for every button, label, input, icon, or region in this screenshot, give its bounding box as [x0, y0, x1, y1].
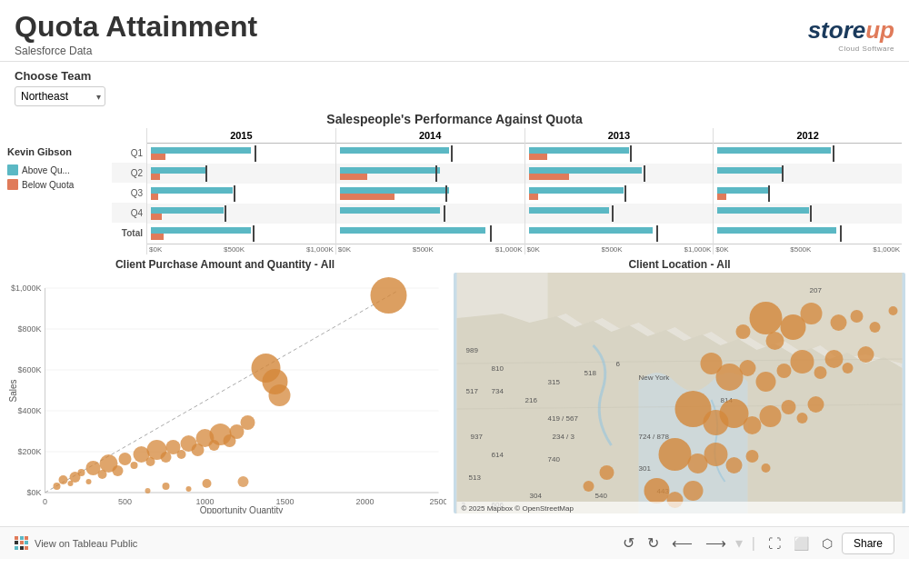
- bar-chart-title: Salespeople's Performance Against Quota: [0, 112, 909, 126]
- svg-point-103: [858, 346, 874, 363]
- target-2015-q3: [234, 185, 235, 202]
- fullscreen-button[interactable]: ⛶: [764, 534, 784, 553]
- svg-point-55: [145, 488, 151, 493]
- svg-point-90: [831, 314, 847, 331]
- scatter-area: $1,000K $800K $600K $400K $200K $0K Sale…: [4, 273, 446, 513]
- team-select-wrapper[interactable]: Northeast Southeast Midwest West: [15, 86, 105, 106]
- logo: storeup Cloud Software: [808, 16, 894, 53]
- bar-2014-q3: [336, 184, 524, 204]
- undo-button[interactable]: ↺: [619, 533, 638, 553]
- bar-2014-q2: [336, 164, 524, 184]
- bar-below-2015-q4: [151, 214, 162, 220]
- svg-point-108: [760, 405, 782, 427]
- bar-2013-total: [525, 224, 714, 244]
- below-quota-label: Below Quota: [22, 180, 74, 190]
- svg-point-97: [756, 372, 776, 392]
- svg-text:© 2025 Mapbox  © OpenStreetMap: © 2025 Mapbox © OpenStreetMap: [462, 504, 574, 513]
- svg-point-121: [600, 465, 614, 480]
- legend-below: Below Quota: [7, 179, 112, 190]
- svg-text:989: 989: [466, 346, 479, 354]
- svg-text:$200K: $200K: [17, 447, 41, 456]
- bar-2012-q1: [714, 144, 902, 164]
- bar-2013-q2: [525, 164, 714, 184]
- svg-point-117: [762, 463, 771, 473]
- svg-point-102: [843, 363, 854, 374]
- bar-2015-q2: [147, 164, 335, 184]
- bar-above-2015-q2: [151, 167, 205, 174]
- bar-above-2015-q3: [151, 187, 233, 194]
- footer: View on Tableau Public ↺ ↻ ⟵ ⟶ ▾ | ⛶ ⬜ ⬡…: [0, 526, 909, 559]
- svg-point-33: [119, 453, 132, 465]
- redo-button[interactable]: ↻: [644, 533, 663, 553]
- svg-text:740: 740: [548, 455, 561, 463]
- svg-text:234 / 3: 234 / 3: [553, 433, 575, 441]
- svg-text:500: 500: [118, 497, 132, 506]
- svg-point-85: [750, 302, 783, 334]
- svg-point-56: [238, 476, 249, 487]
- axis-2013: $0K $500K $1,000K: [525, 244, 714, 254]
- bar-below-2015-q3: [151, 194, 158, 200]
- svg-point-32: [113, 465, 124, 476]
- svg-text:0: 0: [43, 497, 47, 506]
- bar-2012-total: [714, 224, 902, 244]
- bar-2014-q1: [336, 144, 524, 164]
- bar-2014-total: [336, 224, 524, 244]
- separator: |: [752, 535, 755, 552]
- svg-text:517: 517: [466, 387, 479, 395]
- svg-point-109: [782, 400, 796, 414]
- svg-point-99: [791, 350, 814, 374]
- svg-text:518: 518: [584, 369, 597, 377]
- tableau-link[interactable]: View on Tableau Public: [15, 536, 137, 551]
- year-col-2012: 2012: [713, 128, 902, 254]
- svg-text:540: 540: [595, 492, 608, 500]
- svg-point-118: [644, 478, 670, 503]
- svg-text:6: 6: [616, 360, 621, 368]
- share-button[interactable]: Share: [842, 533, 894, 554]
- forward-button[interactable]: ⟶: [702, 533, 730, 553]
- dashboard: Quota Attainment Salesforce Data storeup…: [0, 0, 909, 588]
- year-col-2013: 2013: [524, 128, 714, 254]
- bar-2013-q4: [525, 204, 714, 224]
- bar-2015-q4: [147, 204, 335, 224]
- svg-point-57: [241, 415, 255, 430]
- logo-cloud: Cloud Software: [808, 45, 894, 53]
- svg-point-115: [726, 457, 743, 473]
- year-header-2012: 2012: [714, 128, 902, 144]
- bar-2012-q3: [714, 184, 902, 204]
- map-area: 207 989 810 517 734 216 315 518 6 New Yo…: [454, 273, 905, 513]
- bar-2015-total: [147, 224, 335, 244]
- map-section: Client Location - All: [450, 258, 909, 526]
- svg-text:2000: 2000: [355, 497, 374, 506]
- svg-text:304: 304: [530, 492, 543, 500]
- back-button[interactable]: ⟵: [668, 533, 696, 553]
- svg-text:$800K: $800K: [17, 324, 41, 334]
- svg-text:419 / 567: 419 / 567: [548, 414, 579, 423]
- team-select[interactable]: Northeast Southeast Midwest West: [15, 86, 105, 106]
- year-columns: 2015: [146, 128, 902, 254]
- download-button[interactable]: ⬜: [790, 534, 813, 553]
- row-label-total: Total: [112, 223, 146, 243]
- scatter-section: Client Purchase Amount and Quantity - Al…: [0, 258, 450, 526]
- controls: Choose Team Northeast Southeast Midwest …: [0, 62, 909, 110]
- svg-text:614: 614: [492, 451, 504, 459]
- svg-text:216: 216: [525, 396, 538, 404]
- svg-point-116: [746, 450, 759, 463]
- tableau-icon: [15, 536, 29, 551]
- bar-above-2015-q1: [151, 147, 251, 154]
- svg-point-96: [740, 360, 756, 376]
- svg-point-49: [186, 486, 192, 492]
- year-col-2014: 2014: [335, 128, 524, 254]
- svg-point-89: [801, 303, 823, 324]
- share-icon-button[interactable]: ⬡: [818, 534, 836, 553]
- scatter-title: Client Purchase Amount and Quantity - Al…: [4, 258, 446, 271]
- bar-below-2015-q2: [151, 174, 160, 180]
- svg-point-40: [177, 450, 186, 459]
- svg-point-54: [371, 277, 407, 314]
- svg-point-95: [716, 364, 744, 391]
- svg-point-23: [54, 483, 61, 490]
- svg-point-120: [684, 481, 704, 501]
- logo-text: storeup: [808, 16, 894, 45]
- axis-2012: $0K $500K $1,000K: [714, 244, 902, 254]
- row-labels: Q1 Q2 Q3 Q4 Total: [112, 143, 146, 254]
- svg-text:Opportunity Quantity: Opportunity Quantity: [200, 505, 284, 513]
